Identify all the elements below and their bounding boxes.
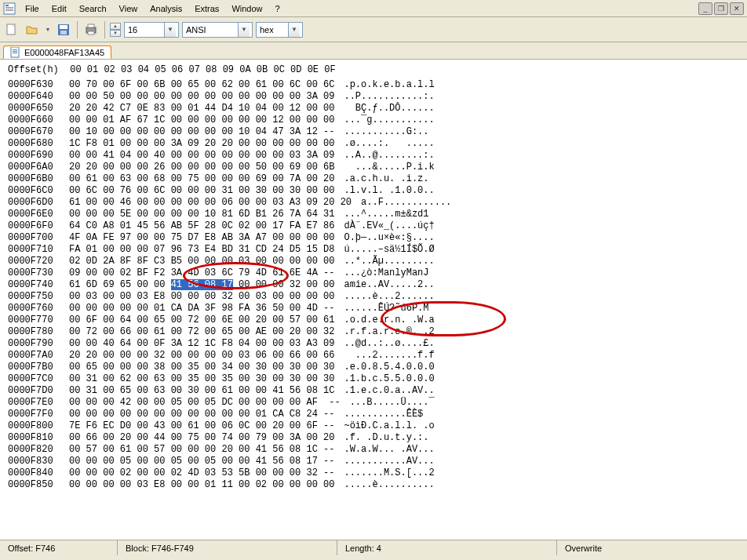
bytes-cell[interactable]: 20 20 00 00 00 26 00 00 00 00 00 50 00 6… [58, 162, 335, 173]
bytes-cell[interactable]: 00 65 00 00 00 38 00 35 00 34 00 30 00 3… [58, 362, 335, 373]
ascii-cell[interactable]: ...B.....Ü....¯ [350, 397, 435, 408]
open-dropdown[interactable]: ▼ [44, 21, 52, 38]
save-button[interactable] [55, 21, 72, 38]
hex-row[interactable]: 0000F670 00 10 00 00 00 00 00 00 00 00 1… [8, 126, 739, 138]
bytes-cell[interactable]: 00 66 00 20 00 44 00 75 00 74 00 79 00 3… [58, 432, 335, 443]
hex-row[interactable]: 0000F690 00 00 41 04 00 40 00 00 00 00 0… [8, 150, 739, 162]
hex-row[interactable]: 0000F7A0 20 20 00 00 00 32 00 00 00 00 0… [8, 350, 739, 362]
ascii-cell[interactable]: ...........G:.. [344, 126, 428, 137]
hex-row[interactable]: 0000F7C0 00 31 00 62 00 63 00 35 00 35 0… [8, 373, 739, 385]
ascii-cell[interactable]: ~öìÐ.C.a.l.l. .o [344, 420, 434, 431]
hex-row[interactable]: 0000F680 1C F8 01 00 00 00 3A 09 20 20 0… [8, 138, 739, 150]
selected-bytes[interactable]: 41 56 08 17 [171, 279, 233, 290]
ascii-cell[interactable]: dÀ¨.EV«_(....úç† [344, 220, 434, 231]
hex-row[interactable]: 0000F810 00 66 00 20 00 44 00 75 00 74 0… [8, 432, 739, 444]
hex-row[interactable]: 0000F850 00 00 00 00 03 E8 00 00 01 11 0… [8, 479, 739, 491]
hex-row[interactable]: 0000F6D0 61 00 00 46 00 00 00 00 00 06 0… [8, 197, 739, 209]
menu-search[interactable]: Search [73, 2, 113, 15]
bytes-cell[interactable]: 00 00 00 42 00 00 05 00 05 DC 00 00 00 0… [58, 397, 341, 408]
bytes-cell[interactable]: 00 57 00 61 00 57 00 00 00 20 00 41 56 0… [58, 444, 335, 455]
hex-row[interactable]: 0000F660 00 00 01 AF 67 1C 00 00 00 00 0… [8, 115, 739, 126]
bytes-cell[interactable]: 20 20 42 C7 0E 83 00 01 44 D4 10 04 00 1… [58, 103, 335, 114]
hex-row[interactable]: 0000F6C0 00 6C 00 76 00 6C 00 00 00 31 0… [8, 185, 739, 197]
bytes-per-row-combo[interactable]: ▼ [124, 22, 179, 38]
bytes-cell[interactable]: 00 00 50 00 00 00 00 00 00 00 00 00 00 0… [58, 91, 335, 102]
menu-view[interactable]: View [113, 2, 144, 15]
ascii-cell[interactable]: ..A..@........:. [344, 150, 434, 161]
bytes-cell[interactable]: 00 03 00 00 03 E8 00 00 00 32 00 03 00 0… [58, 291, 335, 302]
hex-row[interactable]: 0000F790 00 00 40 64 00 0F 3A 12 1C F8 0… [8, 338, 739, 350]
ascii-cell[interactable]: .a.c.h.u. .i.z. [344, 173, 434, 184]
ascii-cell[interactable]: .e.0.8.5.4.0.0.0 [344, 362, 434, 373]
menu-help[interactable]: ? [269, 2, 286, 15]
ascii-cell[interactable]: .1.b.c.5.5.0.0.0 [344, 373, 434, 384]
ascii-cell[interactable]: ..*..Ãµ......... [344, 256, 434, 267]
new-button[interactable] [3, 21, 20, 38]
bytes-cell[interactable]: 00 6F 00 64 00 65 00 72 00 6E 00 20 00 5… [58, 315, 335, 325]
ascii-cell[interactable]: .....è...2...... [344, 291, 434, 302]
chevron-down-icon[interactable]: ▼ [288, 23, 300, 37]
hex-row[interactable]: 0000F6B0 00 61 00 63 00 68 00 75 00 00 0… [8, 173, 739, 185]
bytes-cell[interactable]: 00 00 40 64 00 0F 3A 12 1C F8 04 00 00 0… [58, 338, 335, 349]
ascii-cell[interactable]: .l.v.l. .1.0.0.. [344, 185, 434, 196]
ascii-cell[interactable]: .r.f.a.r.e.®. .2 [344, 326, 434, 337]
hex-row[interactable]: 0000F7F0 00 00 00 00 00 00 00 00 00 00 0… [8, 409, 739, 420]
bytes-cell[interactable]: 20 20 00 00 00 32 00 00 00 00 03 06 00 6… [58, 350, 335, 361]
bytes-cell[interactable]: 00 70 00 6F 00 6B 00 65 00 62 00 61 00 6… [58, 79, 335, 90]
bytes-cell[interactable]: 09 00 00 02 BF F2 3A 4D 03 6C 79 4D 61 6… [58, 267, 335, 278]
charset-input[interactable] [183, 25, 238, 35]
bytes-cell[interactable]: 00 10 00 00 00 00 00 00 00 00 10 04 47 3… [58, 126, 335, 137]
bytes-cell[interactable]: 00 00 01 AF 67 1C 00 00 00 00 00 00 12 0… [58, 115, 335, 125]
hex-row[interactable]: 0000F840 00 00 00 02 00 00 02 4D 03 53 5… [8, 467, 739, 479]
ascii-cell[interactable]: .......M.S.[...2 [344, 467, 434, 478]
bytes-cell[interactable]: 02 0D 2A 8F 8F C3 B5 00 00 00 03 00 00 0… [58, 256, 335, 267]
file-tab[interactable]: E0000048FAF13A45 [3, 45, 111, 59]
hex-row[interactable]: 0000F800 7E F6 EC D0 00 43 00 61 00 06 0… [8, 420, 739, 432]
bytes-cell[interactable]: 00 31 00 65 00 63 00 30 00 61 00 00 41 5… [58, 385, 335, 396]
mode-combo[interactable]: ▼ [256, 22, 303, 38]
restore-button[interactable]: ❐ [714, 2, 728, 15]
charset-combo[interactable]: ▼ [182, 22, 253, 38]
ascii-cell[interactable]: ...........ÊÈ$ [344, 409, 423, 420]
chevron-down-icon[interactable]: ▼ [238, 23, 250, 37]
menu-analysis[interactable]: Analysis [144, 2, 188, 15]
ascii-cell[interactable]: ...¿ò:ManlyManJ [344, 267, 428, 278]
bytes-cell[interactable]: 7E F6 EC D0 00 43 00 61 00 06 0C 00 20 0… [58, 420, 335, 431]
bytes-per-row-input[interactable] [125, 25, 164, 35]
ascii-cell[interactable]: BÇ.ƒ..DÔ...... [344, 103, 434, 114]
hex-row[interactable]: 0000F760 00 00 00 00 00 01 CA DA 3F 98 F… [8, 303, 739, 315]
ascii-cell[interactable]: .....è.......... [344, 479, 434, 490]
ascii-cell[interactable]: ...¯g........... [344, 115, 434, 125]
bytes-cell[interactable]: 00 00 00 00 00 01 CA DA 3F 98 FA 36 50 0… [58, 303, 335, 314]
hex-row[interactable]: 0000F740 61 6D 69 65 00 00 41 56 08 17 0… [8, 279, 739, 291]
chevron-down-icon[interactable]: ▼ [164, 23, 176, 37]
bytes-cell[interactable]: 61 6D 69 65 00 00 41 56 08 17 00 00 00 3… [58, 279, 335, 290]
bytes-cell[interactable]: 61 00 00 46 00 00 00 00 00 06 00 00 03 A… [58, 197, 352, 208]
hex-row[interactable]: 0000F6F0 64 C0 A8 01 45 56 AB 5F 28 0C 0… [8, 220, 739, 232]
bytes-cell[interactable]: 00 00 00 5E 00 00 00 00 10 81 6D B1 26 7… [58, 209, 335, 220]
bytes-cell[interactable]: 00 00 41 04 00 40 00 00 00 00 00 00 00 0… [58, 150, 335, 161]
ascii-cell[interactable]: .1.e.c.0.a..AV.. [344, 385, 434, 396]
ascii-cell[interactable]: .o.d.e.r.n. .W.a [344, 315, 434, 325]
hex-view[interactable]: Offset(h) 00 01 02 03 04 05 06 07 08 09 … [0, 60, 747, 540]
menu-edit[interactable]: Edit [46, 2, 73, 15]
ascii-cell[interactable]: .f. .D.u.t.y.:. [344, 432, 434, 443]
hex-row[interactable]: 0000F640 00 00 50 00 00 00 00 00 00 00 0… [8, 91, 739, 103]
hex-row[interactable]: 0000F820 00 57 00 61 00 57 00 00 00 20 0… [8, 444, 739, 456]
hex-row[interactable]: 0000F650 20 20 42 C7 0E 83 00 01 44 D4 1… [8, 103, 739, 115]
hex-row[interactable]: 0000F700 4F 0A FE 97 00 00 75 D7 E8 AB 3… [8, 232, 739, 244]
print-button[interactable] [82, 21, 100, 38]
hex-row[interactable]: 0000F7E0 00 00 00 42 00 00 05 00 05 DC 0… [8, 397, 739, 409]
hex-row[interactable]: 0000F770 00 6F 00 64 00 65 00 72 00 6E 0… [8, 315, 739, 326]
hex-row[interactable]: 0000F830 00 00 00 05 00 00 05 00 05 00 0… [8, 456, 739, 467]
bytes-cell[interactable]: 1C F8 01 00 00 00 3A 09 20 20 00 00 00 0… [58, 138, 335, 149]
hex-row[interactable]: 0000F750 00 03 00 00 03 E8 00 00 00 32 0… [8, 291, 739, 303]
ascii-cell[interactable]: ...&.....P.i.k [344, 162, 434, 173]
ascii-cell[interactable]: .p.o.k.e.b.a.l.l [344, 79, 434, 90]
bytes-cell[interactable]: 00 31 00 62 00 63 00 35 00 35 00 30 00 3… [58, 373, 335, 384]
hex-row[interactable]: 0000F630 00 70 00 6F 00 6B 00 65 00 62 0… [8, 79, 739, 91]
menu-extras[interactable]: Extras [188, 2, 225, 15]
menu-window[interactable]: Window [225, 2, 268, 15]
ascii-cell[interactable]: ú.....–sä½1Í$Õ.Ø [344, 244, 434, 255]
bytes-per-row-spinner[interactable]: ▲▼ [110, 23, 121, 37]
